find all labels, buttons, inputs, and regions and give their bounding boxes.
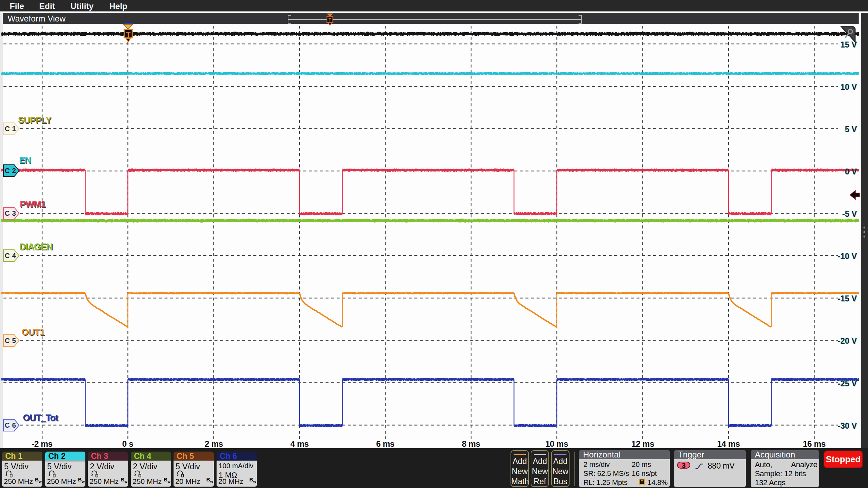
svg-text:10 V: 10 V bbox=[841, 83, 857, 92]
svg-text:C 4: C 4 bbox=[5, 252, 16, 259]
svg-text:-10 V: -10 V bbox=[838, 252, 857, 261]
svg-text:C 6: C 6 bbox=[5, 421, 16, 429]
svg-text:10 ms: 10 ms bbox=[545, 439, 568, 448]
svg-text:5 V: 5 V bbox=[845, 125, 857, 134]
svg-text:12 ms: 12 ms bbox=[631, 439, 654, 448]
svg-text:4 ms: 4 ms bbox=[290, 439, 309, 448]
svg-text:OUT_Tot: OUT_Tot bbox=[23, 412, 58, 423]
svg-text:DIAGEN: DIAGEN bbox=[19, 241, 52, 252]
svg-text:C 5: C 5 bbox=[5, 337, 16, 344]
svg-text:-30 V: -30 V bbox=[838, 421, 857, 430]
svg-text:-15 V: -15 V bbox=[838, 294, 857, 303]
svg-text:EN: EN bbox=[19, 155, 31, 165]
svg-text:0 s: 0 s bbox=[122, 439, 133, 448]
svg-text:2 ms: 2 ms bbox=[205, 439, 223, 448]
svg-text:PWM1: PWM1 bbox=[20, 199, 46, 209]
svg-text:14 ms: 14 ms bbox=[717, 439, 740, 448]
svg-text:C 1: C 1 bbox=[5, 125, 16, 132]
svg-text:T: T bbox=[329, 17, 331, 23]
svg-text:C 2: C 2 bbox=[5, 167, 16, 174]
svg-text:0 V: 0 V bbox=[845, 167, 857, 176]
svg-text:-25 V: -25 V bbox=[838, 379, 857, 388]
svg-text:6 ms: 6 ms bbox=[376, 439, 395, 448]
svg-text:C 3: C 3 bbox=[5, 209, 16, 217]
svg-text:T: T bbox=[126, 30, 130, 38]
svg-text:-2 ms: -2 ms bbox=[32, 439, 52, 448]
svg-text:SUPPLY: SUPPLY bbox=[18, 115, 51, 125]
svg-text:-5 V: -5 V bbox=[842, 209, 857, 219]
svg-text:16 ms: 16 ms bbox=[803, 439, 826, 448]
svg-text:-20 V: -20 V bbox=[838, 336, 857, 345]
svg-text:8 ms: 8 ms bbox=[462, 439, 480, 448]
svg-text:OUT1: OUT1 bbox=[22, 327, 44, 337]
